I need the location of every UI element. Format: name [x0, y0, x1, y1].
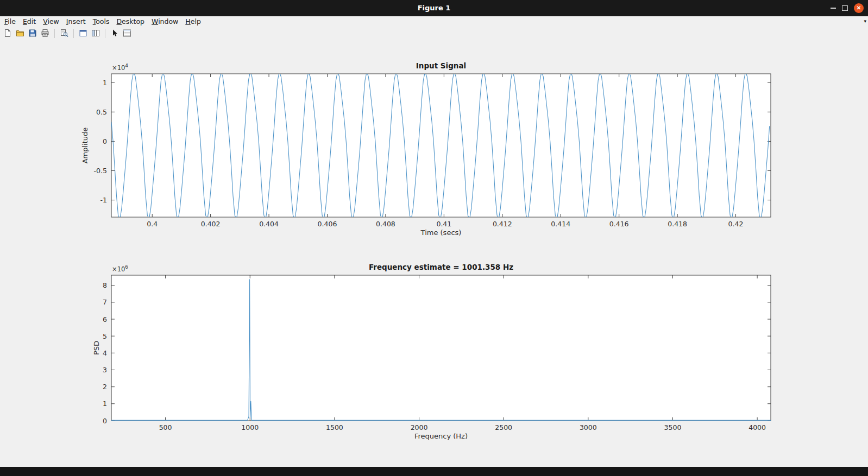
- svg-text:0.41: 0.41: [436, 220, 451, 228]
- menubar: File Edit View Insert Tools Desktop Wind…: [0, 16, 868, 27]
- svg-text:Frequency (Hz): Frequency (Hz): [414, 432, 468, 440]
- svg-text:0: 0: [103, 417, 107, 425]
- svg-text:5: 5: [103, 332, 107, 340]
- menu-view[interactable]: View: [43, 17, 59, 26]
- menu-edit[interactable]: Edit: [23, 17, 36, 26]
- open-file-button[interactable]: [15, 28, 26, 39]
- property-inspector-icon: [123, 29, 131, 37]
- figure-canvas: 0.40.4020.4040.4060.4080.410.4120.4140.4…: [0, 40, 868, 467]
- open-file-icon: [16, 29, 24, 37]
- figure-toolbar: [0, 27, 868, 40]
- svg-text:1500: 1500: [326, 423, 343, 431]
- insert-layout-icon: [91, 29, 100, 37]
- menu-desktop[interactable]: Desktop: [116, 17, 144, 26]
- svg-text:Input Signal: Input Signal: [416, 61, 466, 70]
- save-figure-button[interactable]: [27, 28, 38, 39]
- svg-text:3500: 3500: [664, 423, 682, 431]
- dock-figure-button[interactable]: [78, 28, 89, 39]
- svg-text:4000: 4000: [749, 423, 766, 431]
- svg-text:2500: 2500: [495, 423, 512, 431]
- svg-text:3: 3: [103, 366, 107, 374]
- property-inspector-button[interactable]: [122, 28, 133, 39]
- svg-text:1000: 1000: [241, 423, 259, 431]
- print-preview-icon: [60, 29, 68, 37]
- svg-text:1: 1: [103, 399, 107, 408]
- svg-text:×104: ×104: [112, 63, 128, 72]
- svg-text:PSD: PSD: [92, 341, 100, 355]
- new-figure-button[interactable]: [2, 28, 13, 39]
- svg-text:0.406: 0.406: [318, 220, 337, 228]
- svg-text:0.4: 0.4: [147, 220, 158, 228]
- svg-text:2: 2: [103, 383, 107, 391]
- dock-figure-icon: [79, 29, 87, 37]
- plots-svg: 0.40.4020.4040.4060.4080.410.4120.4140.4…: [0, 40, 868, 467]
- svg-text:8: 8: [103, 281, 107, 289]
- bottom-bar: [0, 467, 868, 476]
- svg-text:Frequency estimate = 1001.358: Frequency estimate = 1001.358 Hz: [369, 263, 513, 271]
- restore-button[interactable]: [842, 5, 848, 11]
- new-figure-icon: [3, 29, 12, 37]
- svg-text:×106: ×106: [112, 264, 128, 273]
- print-figure-button[interactable]: [40, 28, 51, 39]
- svg-text:0.412: 0.412: [493, 220, 512, 228]
- restore-icon: [842, 5, 848, 11]
- svg-text:2000: 2000: [411, 423, 428, 431]
- svg-text:0.414: 0.414: [551, 220, 570, 228]
- svg-text:0.404: 0.404: [259, 220, 279, 228]
- close-button[interactable]: ✕: [854, 3, 864, 13]
- edit-plot-icon: [110, 29, 119, 37]
- edit-plot-button[interactable]: [109, 28, 120, 39]
- menu-window[interactable]: Window: [152, 17, 178, 26]
- minimize-button[interactable]: [831, 8, 836, 9]
- toolbar-separator: [54, 29, 55, 38]
- menu-help[interactable]: Help: [185, 17, 201, 26]
- svg-text:Time (secs): Time (secs): [420, 229, 462, 237]
- toolbar-separator: [105, 29, 105, 38]
- svg-text:0.408: 0.408: [376, 220, 395, 228]
- minimize-icon: [831, 8, 836, 9]
- svg-text:500: 500: [159, 423, 172, 431]
- svg-text:0: 0: [103, 137, 107, 145]
- print-preview-button[interactable]: [59, 28, 70, 39]
- svg-text:-1: -1: [100, 196, 107, 204]
- titlebar: Figure 1 ✕: [0, 0, 868, 16]
- window-title: Figure 1: [0, 0, 868, 16]
- svg-text:-0.5: -0.5: [94, 167, 107, 175]
- svg-text:4: 4: [103, 349, 107, 357]
- close-icon: ✕: [854, 3, 864, 13]
- menu-insert[interactable]: Insert: [66, 17, 86, 26]
- save-figure-icon: [28, 29, 37, 37]
- menu-tools[interactable]: Tools: [93, 17, 110, 26]
- svg-text:1: 1: [103, 79, 107, 87]
- svg-text:0.416: 0.416: [609, 220, 629, 228]
- toolbar-overflow-icon[interactable]: ▾: [864, 18, 866, 24]
- menu-file[interactable]: File: [4, 17, 16, 26]
- insert-layout-button[interactable]: [90, 28, 101, 39]
- svg-text:0.5: 0.5: [96, 108, 107, 116]
- toolbar-separator: [73, 29, 74, 38]
- svg-text:0.402: 0.402: [201, 220, 221, 228]
- svg-text:0.418: 0.418: [668, 220, 687, 228]
- svg-text:7: 7: [103, 298, 107, 306]
- svg-text:3000: 3000: [580, 423, 597, 431]
- print-figure-icon: [41, 29, 49, 37]
- svg-text:6: 6: [103, 315, 107, 323]
- svg-text:Amplitude: Amplitude: [81, 128, 89, 164]
- window-controls: ✕: [831, 0, 864, 16]
- svg-text:0.42: 0.42: [728, 220, 744, 228]
- figure-window: Figure 1 ✕ File Edit View Insert Tools D…: [0, 0, 868, 476]
